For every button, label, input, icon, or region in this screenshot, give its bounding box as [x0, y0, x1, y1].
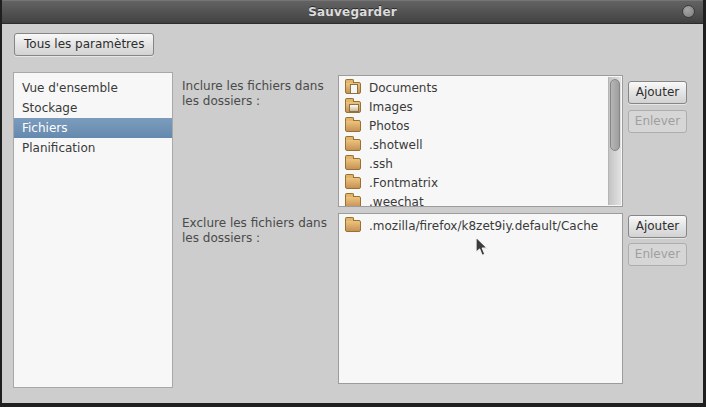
- folder-images-icon: [345, 101, 361, 113]
- settings-category-list: Vue d'ensemble Stockage Fichiers Planifi…: [13, 72, 173, 388]
- list-item[interactable]: .ssh: [339, 154, 622, 173]
- exclude-remove-button: Enlever: [628, 243, 687, 266]
- all-settings-button[interactable]: Tous les paramètres: [14, 33, 154, 56]
- include-folders-list: Documents Images Photos .shotwell .ssh .…: [338, 75, 623, 207]
- include-list-scrollbar[interactable]: [608, 77, 621, 205]
- exclude-folders-list: .mozilla/firefox/k8zet9iy.default/Cache: [338, 213, 623, 384]
- sidebar-item-files[interactable]: Fichiers: [14, 118, 172, 138]
- sidebar-item-storage[interactable]: Stockage: [14, 98, 172, 118]
- folder-icon: [345, 158, 361, 170]
- window-title: Sauvegarder: [308, 5, 397, 19]
- folder-icon: [345, 220, 361, 232]
- folder-icon: [345, 196, 361, 207]
- titlebar[interactable]: Sauvegarder: [2, 0, 703, 24]
- list-item[interactable]: .shotwell: [339, 135, 622, 154]
- include-remove-button: Enlever: [628, 110, 687, 133]
- sidebar-item-overview[interactable]: Vue d'ensemble: [14, 78, 172, 98]
- folder-icon: [345, 177, 361, 189]
- folder-icon: [345, 120, 361, 132]
- close-window-icon[interactable]: [682, 5, 695, 18]
- folder-documents-icon: [345, 82, 361, 94]
- backup-settings-window: Sauvegarder Tous les paramètres Vue d'en…: [2, 0, 703, 403]
- exclude-folders-label: Exclure les fichiers dans les dossiers :: [182, 216, 334, 246]
- list-item[interactable]: .Fontmatrix: [339, 173, 622, 192]
- folder-icon: [345, 139, 361, 151]
- exclude-add-button[interactable]: Ajouter: [628, 215, 687, 238]
- sidebar-item-scheduling[interactable]: Planification: [14, 138, 172, 158]
- list-item[interactable]: Documents: [339, 78, 622, 97]
- include-add-button[interactable]: Ajouter: [628, 81, 687, 104]
- list-item[interactable]: Photos: [339, 116, 622, 135]
- list-item[interactable]: Images: [339, 97, 622, 116]
- scrollbar-thumb[interactable]: [610, 79, 620, 151]
- list-item[interactable]: .mozilla/firefox/k8zet9iy.default/Cache: [339, 216, 622, 235]
- include-folders-label: Inclure les fichiers dans les dossiers :: [182, 79, 334, 109]
- list-item[interactable]: .weechat: [339, 192, 622, 207]
